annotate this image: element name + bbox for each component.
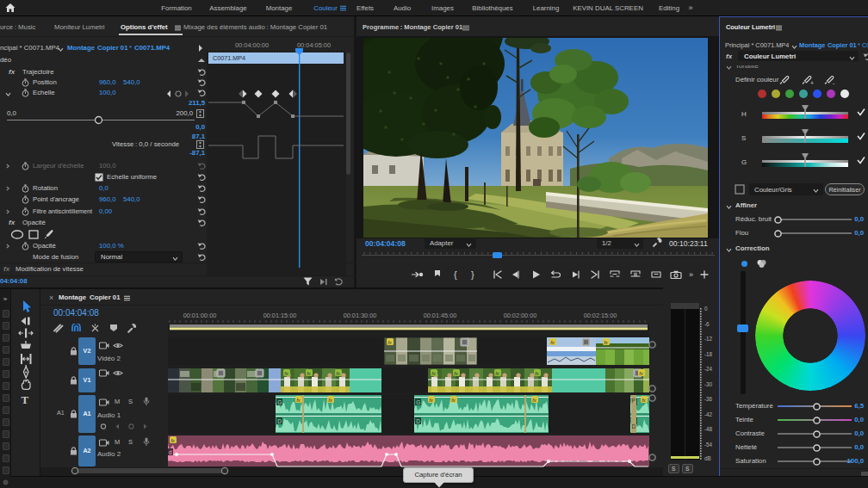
svg-text:D: D <box>632 423 636 429</box>
svg-text:P: P <box>632 398 636 404</box>
svg-text:00:01:30:00: 00:01:30:00 <box>344 312 377 319</box>
svg-text:d: d <box>169 449 172 455</box>
svg-text:,: , <box>105 426 107 430</box>
svg-text:}: } <box>471 270 474 280</box>
svg-text:00:01:00:00: 00:01:00:00 <box>183 312 217 319</box>
svg-text:00:01:15:00: 00:01:15:00 <box>264 312 297 319</box>
svg-text:-: - <box>833 80 835 85</box>
svg-text:D: D <box>277 418 282 424</box>
svg-text:+: + <box>810 80 814 85</box>
svg-text:00:02:00:00: 00:02:00:00 <box>504 312 537 319</box>
svg-text:00:01:45:00: 00:01:45:00 <box>424 312 457 319</box>
svg-text:G: G <box>416 399 420 405</box>
svg-text:»: » <box>689 270 693 279</box>
svg-text:G: G <box>277 399 282 405</box>
svg-text:00:02:15:00: 00:02:15:00 <box>584 312 617 319</box>
svg-text:D: D <box>416 418 420 424</box>
svg-text:T: T <box>22 393 29 406</box>
svg-text:{: { <box>454 270 457 280</box>
